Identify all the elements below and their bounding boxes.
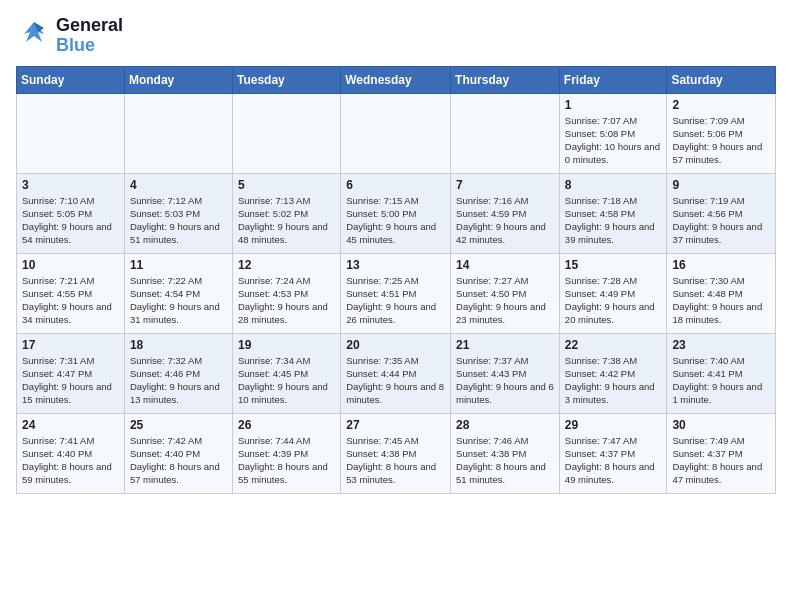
day-info: Sunrise: 7:44 AM Sunset: 4:39 PM Dayligh… — [238, 434, 335, 487]
calendar-cell: 21Sunrise: 7:37 AM Sunset: 4:43 PM Dayli… — [451, 333, 560, 413]
day-number: 16 — [672, 258, 770, 272]
day-number: 1 — [565, 98, 662, 112]
day-info: Sunrise: 7:16 AM Sunset: 4:59 PM Dayligh… — [456, 194, 554, 247]
day-number: 22 — [565, 338, 662, 352]
svg-marker-0 — [24, 22, 44, 42]
day-number: 9 — [672, 178, 770, 192]
logo: General Blue — [16, 16, 123, 56]
calendar-cell: 18Sunrise: 7:32 AM Sunset: 4:46 PM Dayli… — [124, 333, 232, 413]
calendar-cell: 17Sunrise: 7:31 AM Sunset: 4:47 PM Dayli… — [17, 333, 125, 413]
calendar-cell — [124, 93, 232, 173]
day-info: Sunrise: 7:47 AM Sunset: 4:37 PM Dayligh… — [565, 434, 662, 487]
day-number: 8 — [565, 178, 662, 192]
weekday-header: Thursday — [451, 66, 560, 93]
page-header: General Blue — [16, 16, 776, 56]
day-info: Sunrise: 7:40 AM Sunset: 4:41 PM Dayligh… — [672, 354, 770, 407]
day-info: Sunrise: 7:38 AM Sunset: 4:42 PM Dayligh… — [565, 354, 662, 407]
calendar-body: 1Sunrise: 7:07 AM Sunset: 5:08 PM Daylig… — [17, 93, 776, 493]
weekday-header: Friday — [559, 66, 667, 93]
day-number: 15 — [565, 258, 662, 272]
calendar-cell: 14Sunrise: 7:27 AM Sunset: 4:50 PM Dayli… — [451, 253, 560, 333]
weekday-header: Monday — [124, 66, 232, 93]
day-number: 10 — [22, 258, 119, 272]
day-info: Sunrise: 7:12 AM Sunset: 5:03 PM Dayligh… — [130, 194, 227, 247]
calendar-cell: 7Sunrise: 7:16 AM Sunset: 4:59 PM Daylig… — [451, 173, 560, 253]
day-info: Sunrise: 7:13 AM Sunset: 5:02 PM Dayligh… — [238, 194, 335, 247]
day-number: 24 — [22, 418, 119, 432]
calendar-cell: 10Sunrise: 7:21 AM Sunset: 4:55 PM Dayli… — [17, 253, 125, 333]
day-info: Sunrise: 7:07 AM Sunset: 5:08 PM Dayligh… — [565, 114, 662, 167]
calendar-cell — [232, 93, 340, 173]
calendar-cell — [451, 93, 560, 173]
day-number: 27 — [346, 418, 445, 432]
calendar-cell: 12Sunrise: 7:24 AM Sunset: 4:53 PM Dayli… — [232, 253, 340, 333]
day-number: 2 — [672, 98, 770, 112]
day-info: Sunrise: 7:15 AM Sunset: 5:00 PM Dayligh… — [346, 194, 445, 247]
day-number: 20 — [346, 338, 445, 352]
weekday-header: Sunday — [17, 66, 125, 93]
day-number: 25 — [130, 418, 227, 432]
day-info: Sunrise: 7:27 AM Sunset: 4:50 PM Dayligh… — [456, 274, 554, 327]
calendar-cell: 29Sunrise: 7:47 AM Sunset: 4:37 PM Dayli… — [559, 413, 667, 493]
calendar-cell: 26Sunrise: 7:44 AM Sunset: 4:39 PM Dayli… — [232, 413, 340, 493]
calendar-cell: 3Sunrise: 7:10 AM Sunset: 5:05 PM Daylig… — [17, 173, 125, 253]
calendar-cell: 2Sunrise: 7:09 AM Sunset: 5:06 PM Daylig… — [667, 93, 776, 173]
day-info: Sunrise: 7:42 AM Sunset: 4:40 PM Dayligh… — [130, 434, 227, 487]
calendar-cell: 22Sunrise: 7:38 AM Sunset: 4:42 PM Dayli… — [559, 333, 667, 413]
calendar-cell: 13Sunrise: 7:25 AM Sunset: 4:51 PM Dayli… — [341, 253, 451, 333]
day-info: Sunrise: 7:10 AM Sunset: 5:05 PM Dayligh… — [22, 194, 119, 247]
calendar-cell: 8Sunrise: 7:18 AM Sunset: 4:58 PM Daylig… — [559, 173, 667, 253]
page-container: General Blue SundayMondayTuesdayWednesda… — [0, 0, 792, 504]
calendar-cell: 1Sunrise: 7:07 AM Sunset: 5:08 PM Daylig… — [559, 93, 667, 173]
day-info: Sunrise: 7:25 AM Sunset: 4:51 PM Dayligh… — [346, 274, 445, 327]
calendar-cell: 27Sunrise: 7:45 AM Sunset: 4:38 PM Dayli… — [341, 413, 451, 493]
day-number: 11 — [130, 258, 227, 272]
day-info: Sunrise: 7:41 AM Sunset: 4:40 PM Dayligh… — [22, 434, 119, 487]
day-number: 12 — [238, 258, 335, 272]
calendar-cell: 15Sunrise: 7:28 AM Sunset: 4:49 PM Dayli… — [559, 253, 667, 333]
day-info: Sunrise: 7:22 AM Sunset: 4:54 PM Dayligh… — [130, 274, 227, 327]
calendar-cell: 28Sunrise: 7:46 AM Sunset: 4:38 PM Dayli… — [451, 413, 560, 493]
day-info: Sunrise: 7:24 AM Sunset: 4:53 PM Dayligh… — [238, 274, 335, 327]
calendar-cell: 16Sunrise: 7:30 AM Sunset: 4:48 PM Dayli… — [667, 253, 776, 333]
day-number: 18 — [130, 338, 227, 352]
day-info: Sunrise: 7:34 AM Sunset: 4:45 PM Dayligh… — [238, 354, 335, 407]
day-info: Sunrise: 7:28 AM Sunset: 4:49 PM Dayligh… — [565, 274, 662, 327]
calendar-cell: 23Sunrise: 7:40 AM Sunset: 4:41 PM Dayli… — [667, 333, 776, 413]
weekday-header: Tuesday — [232, 66, 340, 93]
calendar-cell: 4Sunrise: 7:12 AM Sunset: 5:03 PM Daylig… — [124, 173, 232, 253]
calendar-cell: 5Sunrise: 7:13 AM Sunset: 5:02 PM Daylig… — [232, 173, 340, 253]
weekday-header: Saturday — [667, 66, 776, 93]
calendar-cell: 6Sunrise: 7:15 AM Sunset: 5:00 PM Daylig… — [341, 173, 451, 253]
day-info: Sunrise: 7:18 AM Sunset: 4:58 PM Dayligh… — [565, 194, 662, 247]
day-number: 19 — [238, 338, 335, 352]
day-number: 17 — [22, 338, 119, 352]
day-number: 28 — [456, 418, 554, 432]
logo-icon — [16, 18, 52, 54]
day-info: Sunrise: 7:37 AM Sunset: 4:43 PM Dayligh… — [456, 354, 554, 407]
day-info: Sunrise: 7:21 AM Sunset: 4:55 PM Dayligh… — [22, 274, 119, 327]
calendar-cell: 19Sunrise: 7:34 AM Sunset: 4:45 PM Dayli… — [232, 333, 340, 413]
day-number: 4 — [130, 178, 227, 192]
day-number: 13 — [346, 258, 445, 272]
weekday-header: Wednesday — [341, 66, 451, 93]
calendar-header: SundayMondayTuesdayWednesdayThursdayFrid… — [17, 66, 776, 93]
day-number: 5 — [238, 178, 335, 192]
day-info: Sunrise: 7:46 AM Sunset: 4:38 PM Dayligh… — [456, 434, 554, 487]
calendar-cell: 30Sunrise: 7:49 AM Sunset: 4:37 PM Dayli… — [667, 413, 776, 493]
day-number: 23 — [672, 338, 770, 352]
day-info: Sunrise: 7:35 AM Sunset: 4:44 PM Dayligh… — [346, 354, 445, 407]
day-info: Sunrise: 7:19 AM Sunset: 4:56 PM Dayligh… — [672, 194, 770, 247]
calendar-cell — [17, 93, 125, 173]
day-info: Sunrise: 7:49 AM Sunset: 4:37 PM Dayligh… — [672, 434, 770, 487]
calendar-cell: 25Sunrise: 7:42 AM Sunset: 4:40 PM Dayli… — [124, 413, 232, 493]
day-info: Sunrise: 7:31 AM Sunset: 4:47 PM Dayligh… — [22, 354, 119, 407]
day-info: Sunrise: 7:32 AM Sunset: 4:46 PM Dayligh… — [130, 354, 227, 407]
calendar-cell: 24Sunrise: 7:41 AM Sunset: 4:40 PM Dayli… — [17, 413, 125, 493]
day-number: 30 — [672, 418, 770, 432]
logo-text: General Blue — [56, 16, 123, 56]
day-info: Sunrise: 7:45 AM Sunset: 4:38 PM Dayligh… — [346, 434, 445, 487]
calendar-table: SundayMondayTuesdayWednesdayThursdayFrid… — [16, 66, 776, 494]
day-info: Sunrise: 7:30 AM Sunset: 4:48 PM Dayligh… — [672, 274, 770, 327]
day-number: 7 — [456, 178, 554, 192]
